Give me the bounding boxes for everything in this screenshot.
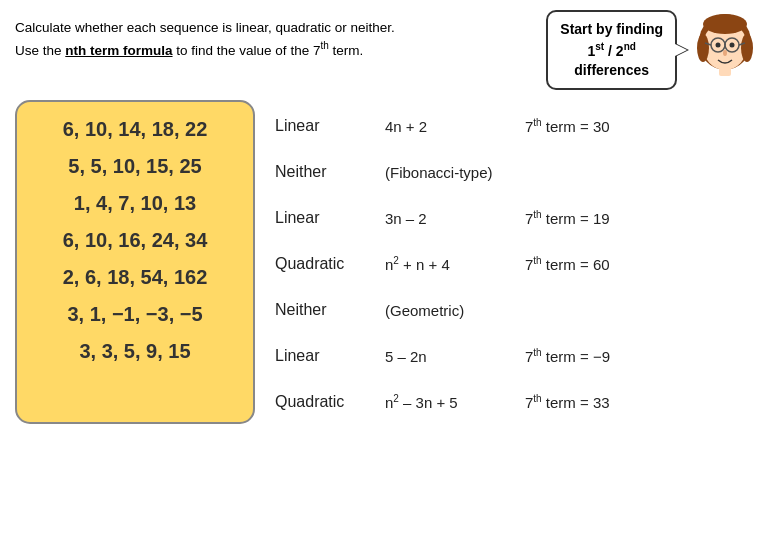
type-2: Linear — [275, 209, 385, 227]
svg-point-4 — [741, 34, 753, 62]
sequence-item-3: 6, 10, 16, 24, 34 — [35, 223, 235, 258]
svg-point-9 — [730, 43, 735, 48]
svg-point-3 — [697, 34, 709, 62]
answer-row-0: Linear4n + 27th term = 30 — [275, 104, 765, 148]
instructions-line1: Calculate whether each sequence is linea… — [15, 20, 395, 35]
answer-row-6: Quadraticn2 – 3n + 57th term = 33 — [275, 380, 765, 424]
formula-1: (Fibonacci-type) — [385, 164, 525, 181]
term-0: 7th term = 30 — [525, 117, 610, 135]
speech-bubble: Start by finding 1st / 2nd differences — [546, 10, 677, 90]
bubble-nd: nd — [624, 41, 636, 52]
bubble-line3: differences — [574, 62, 649, 78]
instructions-nth: nth term formula — [65, 43, 172, 58]
term-3: 7th term = 60 — [525, 255, 610, 273]
formula-2: 3n – 2 — [385, 210, 525, 227]
svg-point-2 — [703, 14, 747, 34]
type-5: Linear — [275, 347, 385, 365]
main-content: 6, 10, 14, 18, 225, 5, 10, 15, 251, 4, 7… — [0, 95, 780, 429]
type-4: Neither — [275, 301, 385, 319]
bubble-st: st — [595, 41, 604, 52]
instructions-line2-post: to find the value of the 7 — [173, 43, 321, 58]
formula-5: 5 – 2n — [385, 348, 525, 365]
bubble-slash: / 2 — [604, 42, 623, 58]
type-0: Linear — [275, 117, 385, 135]
answer-row-3: Quadraticn2 + n + 47th term = 60 — [275, 242, 765, 286]
answers-table: Linear4n + 27th term = 30Neither(Fibonac… — [275, 100, 765, 424]
term-6: 7th term = 33 — [525, 393, 610, 411]
sequence-item-5: 3, 1, −1, −3, −5 — [35, 297, 235, 332]
svg-rect-13 — [719, 68, 731, 76]
svg-point-8 — [716, 43, 721, 48]
instructions-term: term. — [329, 43, 364, 58]
type-3: Quadratic — [275, 255, 385, 273]
formula-4: (Geometric) — [385, 302, 525, 319]
term-5: 7th term = −9 — [525, 347, 610, 365]
svg-point-10 — [723, 50, 727, 56]
header: Calculate whether each sequence is linea… — [0, 0, 780, 95]
answer-row-4: Neither(Geometric) — [275, 288, 765, 332]
formula-0: 4n + 2 — [385, 118, 525, 135]
instructions-line2-pre: Use the — [15, 43, 65, 58]
type-1: Neither — [275, 163, 385, 181]
answer-row-5: Linear5 – 2n7th term = −9 — [275, 334, 765, 378]
sequence-item-2: 1, 4, 7, 10, 13 — [35, 186, 235, 221]
term-2: 7th term = 19 — [525, 209, 610, 227]
sequence-item-0: 6, 10, 14, 18, 22 — [35, 112, 235, 147]
speech-bubble-area: Start by finding 1st / 2nd differences — [546, 10, 765, 90]
instructions: Calculate whether each sequence is linea… — [15, 18, 395, 61]
avatar — [685, 10, 765, 90]
answer-row-2: Linear3n – 27th term = 19 — [275, 196, 765, 240]
sequences-box: 6, 10, 14, 18, 225, 5, 10, 15, 251, 4, 7… — [15, 100, 255, 424]
sequence-item-1: 5, 5, 10, 15, 25 — [35, 149, 235, 184]
type-6: Quadratic — [275, 393, 385, 411]
formula-6: n2 – 3n + 5 — [385, 393, 525, 411]
sequence-item-4: 2, 6, 18, 54, 162 — [35, 260, 235, 295]
answer-row-1: Neither(Fibonacci-type) — [275, 150, 765, 194]
instructions-th: th — [320, 40, 328, 51]
sequence-item-6: 3, 3, 5, 9, 15 — [35, 334, 235, 369]
formula-3: n2 + n + 4 — [385, 255, 525, 273]
bubble-line1: Start by finding — [560, 21, 663, 37]
